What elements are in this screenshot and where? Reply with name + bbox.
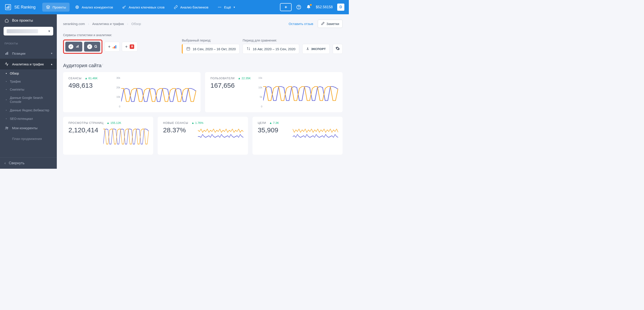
service-add-ga[interactable]: + <box>105 42 120 52</box>
users-chart: 15k10k5k0 <box>263 77 338 108</box>
svg-rect-21 <box>76 46 77 47</box>
calendar-icon <box>186 47 190 51</box>
key-icon <box>122 5 126 9</box>
help-icon[interactable] <box>296 4 302 10</box>
card-users[interactable]: ПОЛЬЗОВАТЕЛИ ▲ 22.35K 167,656 15k10k5k0 <box>205 72 342 112</box>
chevron-down-icon: ▾ <box>48 29 50 33</box>
section-audience-title: Аудитория сайтаi <box>57 58 349 72</box>
sidebar-all-projects[interactable]: Все проекты <box>0 14 57 27</box>
sidebar: Все проекты ▾ ПРОЕКТЫ Позиции ▾ Аналитик… <box>0 14 57 169</box>
chevron-down-icon: ▼ <box>233 6 236 8</box>
svg-rect-23 <box>78 45 79 47</box>
card-pageviews[interactable]: ПРОСМОТРЫ СТРАНИЦ ▲ 155.12K 2,120,414 <box>63 117 153 155</box>
chevron-down-icon: ▾ <box>51 52 52 55</box>
topbar-right: + $52.56158 D <box>280 3 344 11</box>
card-new-sessions[interactable]: НОВЫЕ СЕАНСЫ ▲ 1.76% 28.37% <box>158 117 248 155</box>
sidebar-sub-overview[interactable]: Обзор <box>0 69 57 77</box>
pageviews-chart <box>103 128 149 150</box>
brand-name: SE Ranking <box>14 5 36 9</box>
sidebar-sub-snippets[interactable]: Сниппеты <box>0 85 57 94</box>
period-selected[interactable]: 16 Сен, 2020 – 16 Окт, 2020 <box>182 44 240 54</box>
avatar[interactable]: D <box>337 3 344 11</box>
chevron-left-icon: ‹ <box>4 161 6 165</box>
sidebar-plan[interactable]: План продвижения <box>0 134 57 144</box>
card-label: ПОЛЬЗОВАТЕЛИ <box>210 77 234 80</box>
dots-icon <box>217 5 222 9</box>
bars-icon <box>4 51 9 56</box>
project-name-blurred <box>7 29 38 33</box>
breadcrumb-site[interactable]: seranking.com <box>63 22 85 26</box>
pulse-icon <box>4 62 9 66</box>
card-goals[interactable]: ЦЕЛИ ▲ 7.3K 35,909 <box>252 117 342 155</box>
breadcrumb: seranking.com › Аналитика и трафик › Обз… <box>57 14 349 33</box>
sidebar-sub-traffic[interactable]: Трафик <box>0 77 57 85</box>
service-add-yandex[interactable]: + Я <box>122 42 138 52</box>
project-selector[interactable]: ▾ <box>4 27 53 35</box>
svg-line-10 <box>125 6 126 7</box>
sidebar-positions[interactable]: Позиции ▾ <box>0 48 57 59</box>
export-button[interactable]: ЭКСПОРТ <box>302 44 330 54</box>
bars-icon <box>76 44 79 49</box>
svg-point-12 <box>219 7 220 7</box>
gear-icon <box>336 46 340 52</box>
yandex-icon: Я <box>130 44 134 49</box>
sidebar-collapse[interactable]: ‹ Свернуть <box>0 157 57 169</box>
svg-point-7 <box>77 7 78 7</box>
add-button[interactable]: + <box>280 3 292 11</box>
new-sessions-chart <box>198 128 243 150</box>
nav-projects[interactable]: Проекты <box>42 3 70 11</box>
svg-point-11 <box>218 7 219 7</box>
breadcrumb-section[interactable]: Аналитика и трафик <box>92 22 124 26</box>
swap-icon <box>246 47 250 51</box>
check-icon: ✓ <box>68 44 73 49</box>
svg-rect-24 <box>187 47 190 50</box>
svg-point-19 <box>6 127 7 128</box>
svg-marker-4 <box>46 5 50 7</box>
main-content: seranking.com › Аналитика и трафик › Обз… <box>57 14 349 169</box>
link-icon <box>174 5 178 9</box>
card-label: СЕАНСЫ <box>68 77 82 80</box>
target-icon <box>75 5 80 9</box>
settings-button[interactable] <box>333 44 342 54</box>
svg-rect-17 <box>6 52 7 55</box>
chevron-up-icon: ▴ <box>51 62 52 66</box>
feedback-link[interactable]: Оставить отзыв <box>289 22 313 26</box>
sidebar-sub-gsc[interactable]: Данные Google Search Console <box>0 94 57 106</box>
bell-icon[interactable] <box>306 4 311 10</box>
edit-icon <box>321 22 325 26</box>
breadcrumb-sep: › <box>88 22 89 26</box>
nav-more[interactable]: Ещё ▼ <box>214 3 239 11</box>
svg-rect-16 <box>5 53 6 55</box>
balance[interactable]: $52.56158 <box>316 5 333 9</box>
card-sessions[interactable]: СЕАНСЫ ▲ 61.46K 498,613 30k20k10k0 <box>63 72 200 112</box>
service-chip-google[interactable]: ✓ G <box>84 42 100 52</box>
svg-rect-3 <box>9 5 10 9</box>
services-label: Сервисы статистики и аналитики: <box>63 33 138 37</box>
plus-icon: + <box>125 44 128 49</box>
highlighted-services: ✓ ✓ G <box>63 39 102 54</box>
logo[interactable]: SE Ranking <box>4 3 36 11</box>
breadcrumb-current: Обзор <box>131 22 141 26</box>
sidebar-section-label: ПРОЕКТЫ <box>0 39 57 48</box>
period-compare[interactable]: 16 Авг, 2020 – 15 Сен, 2020 <box>242 44 299 54</box>
logo-icon <box>4 3 12 11</box>
card-delta: ▲ 61.46K <box>85 77 98 80</box>
nav-keywords[interactable]: Анализ ключевых слов <box>118 3 168 11</box>
sidebar-sub-yandex[interactable]: Данные Яндекс.Вебмастер <box>0 106 57 115</box>
goals-chart <box>293 128 338 150</box>
card-delta: ▲ 1.76% <box>192 121 204 125</box>
notes-button[interactable]: Заметки <box>318 20 342 28</box>
topbar: SE Ranking Проекты Анализ конкурентов Ан… <box>0 0 349 14</box>
layers-icon <box>46 5 50 9</box>
nav-competitors[interactable]: Анализ конкурентов <box>71 3 116 11</box>
sidebar-analytics[interactable]: Аналитика и трафик ▴ <box>0 59 57 69</box>
svg-point-8 <box>123 7 124 8</box>
nav-backlinks[interactable]: Анализ бэклинков <box>170 3 212 11</box>
main-nav: Проекты Анализ конкурентов Анализ ключев… <box>42 3 239 11</box>
sidebar-sub-seo[interactable]: SEO-потенциал <box>0 115 57 123</box>
sidebar-competitors[interactable]: Мои конкуренты <box>0 123 57 134</box>
card-delta: ▲ 22.35K <box>238 77 251 80</box>
period-compare-label: Период для сравнения: <box>242 39 299 42</box>
svg-rect-28 <box>307 49 309 50</box>
service-chip-seranking[interactable]: ✓ <box>65 42 82 52</box>
